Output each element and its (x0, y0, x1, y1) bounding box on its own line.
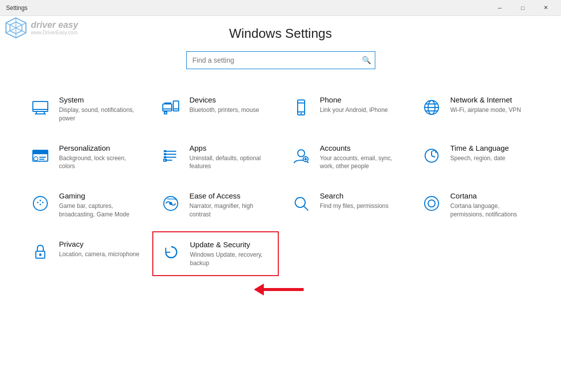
network-icon (420, 96, 444, 119)
setting-name-devices: Devices (190, 96, 259, 104)
search-icon (289, 192, 313, 215)
setting-name-gaming: Gaming (59, 192, 142, 200)
ease-icon (159, 192, 183, 215)
system-icon (28, 96, 52, 119)
search-input[interactable] (186, 51, 375, 69)
setting-name-ease: Ease of Access (190, 192, 272, 200)
accounts-icon (289, 144, 313, 168)
svg-point-45 (33, 196, 47, 210)
setting-desc-phone: Link your Android, iPhone (320, 106, 388, 114)
setting-desc-cortana: Cortana language, permissions, notificat… (450, 202, 533, 219)
setting-desc-system: Display, sound, notifications, power (59, 106, 142, 123)
setting-desc-update: Windows Update, recovery, backup (190, 251, 272, 268)
svg-point-55 (428, 200, 435, 207)
setting-name-privacy: Privacy (59, 240, 139, 248)
arrow-body (264, 288, 304, 291)
svg-rect-26 (33, 150, 48, 154)
settings-grid: System Display, sound, notifications, po… (22, 87, 540, 276)
setting-desc-privacy: Location, camera, microphone (59, 250, 139, 259)
titlebar-controls: ─ □ ✕ (488, 0, 557, 16)
arrow-head (254, 284, 264, 295)
svg-rect-15 (164, 102, 171, 103)
setting-item-update[interactable]: Update & Security Windows Update, recove… (152, 231, 279, 277)
setting-desc-time: Speech, region, date (450, 154, 509, 163)
setting-desc-accounts: Your accounts, email, sync, work, other … (320, 154, 403, 171)
svg-rect-10 (163, 104, 172, 111)
setting-item-accounts[interactable]: Accounts Your accounts, email, sync, wor… (283, 135, 409, 180)
search-icon[interactable]: 🔍 (362, 56, 371, 65)
search-bar: 🔍 (20, 51, 541, 69)
setting-item-system[interactable]: System Display, sound, notifications, po… (22, 87, 148, 131)
setting-item-gaming[interactable]: Gaming Game bar, captures, broadcasting,… (22, 183, 148, 227)
titlebar: Settings ─ □ ✕ (0, 0, 561, 16)
setting-desc-apps: Uninstall, defaults, optional features (190, 154, 272, 171)
phone-icon (289, 96, 313, 119)
setting-item-network[interactable]: Network & Internet Wi-Fi, airplane mode,… (413, 87, 540, 131)
setting-desc-search: Find my files, permissions (320, 202, 389, 210)
svg-point-57 (39, 253, 41, 256)
setting-name-apps: Apps (190, 144, 272, 152)
svg-line-53 (304, 206, 308, 210)
search-input-wrap: 🔍 (186, 51, 375, 69)
svg-point-38 (298, 150, 305, 157)
setting-desc-gaming: Game bar, captures, broadcasting, Game M… (59, 202, 142, 219)
svg-rect-14 (164, 112, 167, 114)
setting-desc-ease: Narrator, magnifier, high contrast (190, 202, 272, 219)
setting-name-update: Update & Security (190, 240, 272, 249)
setting-name-network: Network & Internet (450, 96, 521, 104)
setting-item-phone[interactable]: Phone Link your Android, iPhone (283, 87, 409, 131)
setting-item-privacy[interactable]: Privacy Location, camera, microphone (22, 231, 148, 277)
page-title: Windows Settings (20, 26, 541, 41)
svg-rect-36 (164, 156, 166, 158)
watermark: driver easy www.DriverEasy.com (4, 16, 78, 40)
update-icon (159, 240, 183, 264)
svg-point-46 (37, 202, 38, 203)
highlight-arrow (254, 284, 304, 295)
setting-item-devices[interactable]: Devices Bluetooth, printers, mouse (152, 87, 279, 131)
svg-line-44 (432, 156, 435, 157)
svg-rect-37 (164, 159, 166, 161)
setting-item-ease[interactable]: Ease of Access Narrator, magnifier, high… (152, 183, 279, 227)
watermark-url: www.DriverEasy.com (31, 30, 78, 35)
gaming-icon (28, 192, 52, 215)
setting-item-personalization[interactable]: Personalization Background, lock screen,… (22, 135, 148, 180)
setting-item-time[interactable]: Time & Language Speech, region, date (413, 135, 540, 180)
svg-point-54 (425, 196, 439, 210)
setting-name-cortana: Cortana (450, 192, 533, 200)
setting-name-system: System (59, 96, 142, 104)
svg-point-27 (34, 157, 38, 161)
minimize-button[interactable]: ─ (488, 0, 511, 16)
setting-desc-devices: Bluetooth, printers, mouse (190, 106, 259, 114)
setting-name-personalization: Personalization (59, 144, 142, 152)
cortana-icon (420, 192, 444, 215)
setting-name-phone: Phone (320, 96, 388, 104)
setting-name-time: Time & Language (450, 144, 509, 152)
apps-icon (159, 144, 183, 168)
svg-point-47 (42, 202, 43, 203)
main-content: Windows Settings 🔍 System Display, sound… (0, 16, 561, 392)
svg-point-49 (39, 204, 41, 205)
setting-item-cortana[interactable]: Cortana Cortana language, permissions, n… (413, 183, 540, 227)
setting-name-search: Search (320, 192, 389, 200)
privacy-icon (28, 240, 52, 264)
close-button[interactable]: ✕ (534, 0, 557, 16)
watermark-brand: driver easy (31, 20, 78, 30)
personalization-icon (28, 144, 52, 168)
setting-item-apps[interactable]: Apps Uninstall, defaults, optional featu… (152, 135, 279, 180)
svg-rect-34 (164, 150, 166, 152)
time-icon (420, 144, 444, 168)
svg-rect-35 (164, 153, 166, 155)
devices-icon (159, 96, 183, 119)
svg-point-19 (300, 113, 302, 114)
setting-desc-personalization: Background, lock screen, colors (59, 154, 142, 171)
titlebar-title: Settings (6, 4, 27, 11)
svg-point-48 (39, 200, 41, 201)
maximize-button[interactable]: □ (511, 0, 534, 16)
svg-point-51 (169, 202, 172, 205)
setting-desc-network: Wi-Fi, airplane mode, VPN (450, 106, 521, 114)
setting-name-accounts: Accounts (320, 144, 403, 152)
setting-item-search[interactable]: Search Find my files, permissions (283, 183, 409, 227)
